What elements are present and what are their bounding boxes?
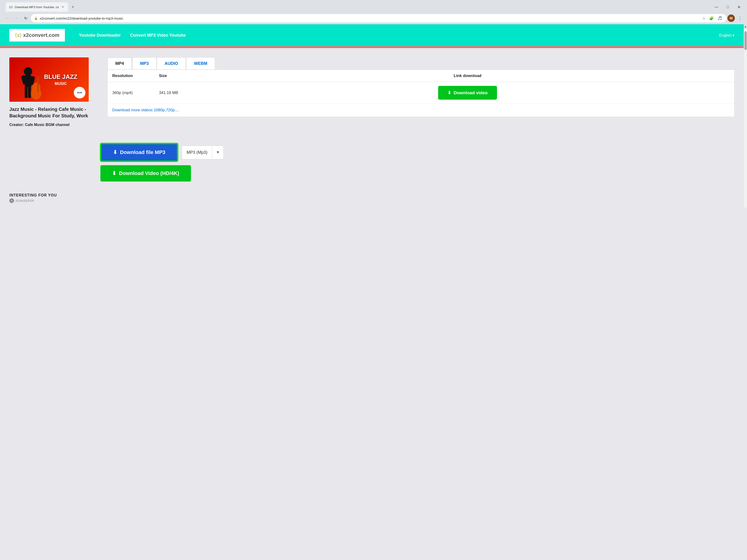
thumbnail-inner: BLUE JAZZ MUSIC BGM xyxy=(9,57,89,102)
logo-icon: ⟨x⟩ xyxy=(15,32,22,38)
new-tab-button[interactable]: + xyxy=(69,3,77,11)
download-video-label: Download video xyxy=(454,90,488,96)
svg-point-9 xyxy=(10,199,13,202)
bgm-text: BGM xyxy=(77,91,82,94)
format-tabs: MP4 MP3 AUDIO WEBM xyxy=(107,57,735,70)
tab-mp3[interactable]: MP3 xyxy=(132,57,156,69)
profile-button[interactable]: W xyxy=(727,15,735,22)
adskeeper-text: ADSKEEPER xyxy=(16,199,34,203)
header-top: ⟨x⟩ x2convert.com Youtube Downloader Con… xyxy=(0,24,744,46)
forward-button[interactable]: → xyxy=(12,14,21,22)
tab-title: Download MP3 from Youtube, co xyxy=(15,5,59,9)
active-tab[interactable]: ⟨x⟩ Download MP3 from Youtube, co ✕ xyxy=(6,2,68,12)
creator-name: Cafe Music BGM channel xyxy=(25,123,70,127)
video-title: Jazz Music - Relaxing Cafe Music - Backg… xyxy=(9,106,98,119)
nav-youtube-downloader[interactable]: Youtube Downloader xyxy=(79,33,121,38)
close-button[interactable]: ✕ xyxy=(733,3,744,11)
video-creator: Creator: Cafe Music BGM channel xyxy=(9,123,98,127)
svg-rect-8 xyxy=(37,76,39,92)
minimize-button[interactable]: — xyxy=(711,3,722,11)
refresh-button[interactable]: ↻ xyxy=(22,14,30,22)
scrollbar-thumb[interactable] xyxy=(744,31,747,50)
site-header: ⟨x⟩ x2convert.com Youtube Downloader Con… xyxy=(0,24,744,48)
svg-rect-4 xyxy=(25,86,28,98)
logo-area[interactable]: ⟨x⟩ x2convert.com xyxy=(9,29,65,42)
menu-button[interactable]: ⋮ xyxy=(736,14,744,22)
tab-audio[interactable]: AUDIO xyxy=(157,57,186,69)
scrollbar-up-button[interactable]: ▲ xyxy=(744,24,747,29)
url-bar[interactable]: 🔒 x2convert.com/en22/download-youtube-to… xyxy=(31,14,726,22)
interesting-section: INTERESTING FOR YOU ADSKEEPER xyxy=(0,191,744,208)
interesting-label: INTERESTING FOR YOU xyxy=(9,193,735,197)
adskeeper-svg xyxy=(10,199,13,202)
language-selector[interactable]: English ▾ xyxy=(719,33,735,37)
table-row: 360p (mp4) 341.18 MB ⬇ Download video xyxy=(108,82,734,104)
col-header-resolution: Resolution xyxy=(112,74,159,78)
download-mp3-button[interactable]: ⬇ Download file MP3 xyxy=(100,143,178,161)
tab-webm[interactable]: WEBM xyxy=(186,57,215,69)
download-section: MP4 MP3 AUDIO WEBM Resolution Size Link … xyxy=(107,57,735,117)
tab-close-button[interactable]: ✕ xyxy=(61,5,65,9)
bottom-download-area: ⬇ Download file MP3 MP3 (Mp3) ▼ ⬇ Downlo… xyxy=(0,136,744,191)
lock-icon: 🔒 xyxy=(34,17,38,20)
back-button[interactable]: ← xyxy=(3,14,11,22)
svg-point-7 xyxy=(31,87,41,100)
browser-content-wrapper: ⟨x⟩ x2convert.com Youtube Downloader Con… xyxy=(0,24,747,208)
tab-mp4[interactable]: MP4 xyxy=(107,57,132,69)
video-info-section: BLUE JAZZ MUSIC BGM Jazz Music - Relaxin… xyxy=(9,57,98,127)
window-controls: — □ ✕ xyxy=(711,3,744,11)
col-header-size: Size xyxy=(159,74,206,78)
scrollbar-track: ▲ xyxy=(744,24,747,208)
mp3-download-icon: ⬇ xyxy=(113,149,117,155)
main-content: BLUE JAZZ MUSIC BGM Jazz Music - Relaxin… xyxy=(0,48,744,136)
download-icon: ⬇ xyxy=(447,90,451,96)
svg-rect-5 xyxy=(28,86,31,98)
site-nav: Youtube Downloader Convert MP3 Video You… xyxy=(79,33,186,38)
browser-chrome: ⟨x⟩ Download MP3 from Youtube, co ✕ + — … xyxy=(0,0,747,24)
dropdown-arrow-icon[interactable]: ▼ xyxy=(212,146,224,159)
creator-label: Creator: xyxy=(9,123,24,127)
website-content: ⟨x⟩ x2convert.com Youtube Downloader Con… xyxy=(0,24,744,208)
col-header-link: Link download xyxy=(206,74,729,78)
more-videos-link[interactable]: Download more videos 1080p,720p.... xyxy=(108,104,734,117)
extensions-icon[interactable]: 🧩 xyxy=(708,16,715,21)
format-dropdown[interactable]: MP3 (Mp3) ▼ xyxy=(182,145,224,159)
download-link-cell: ⬇ Download video xyxy=(206,86,729,100)
hd-download-icon: ⬇ xyxy=(112,170,116,177)
url-text: x2convert.com/en22/download-youtube-to-m… xyxy=(40,16,699,20)
address-bar: ← → ↻ 🔒 x2convert.com/en22/download-yout… xyxy=(0,12,747,24)
mp3-download-row: ⬇ Download file MP3 MP3 (Mp3) ▼ xyxy=(100,143,735,161)
bgm-badge: BGM xyxy=(74,87,85,99)
size-cell: 341.18 MB xyxy=(159,90,206,95)
tabs-bar: ⟨x⟩ Download MP3 from Youtube, co ✕ + xyxy=(3,2,711,12)
resolution-cell: 360p (mp4) xyxy=(112,90,159,95)
maximize-button[interactable]: □ xyxy=(722,3,733,11)
thumbnail-subtitle: MUSIC xyxy=(44,82,77,86)
adskeeper-icon xyxy=(9,198,14,203)
thumbnail-title: BLUE JAZZ xyxy=(44,73,77,80)
title-bar: ⟨x⟩ Download MP3 from Youtube, co ✕ + — … xyxy=(0,0,747,12)
header-accent-bar xyxy=(0,46,744,48)
svg-point-0 xyxy=(24,67,32,76)
tab-favicon: ⟨x⟩ xyxy=(9,5,13,9)
table-header: Resolution Size Link download xyxy=(108,70,734,82)
download-video-button[interactable]: ⬇ Download video xyxy=(438,86,497,100)
nav-convert-mp3[interactable]: Convert MP3 Video Youtube xyxy=(130,33,186,38)
bookmark-icon[interactable]: ☆ xyxy=(701,16,706,21)
download-mp3-label: Download file MP3 xyxy=(120,149,165,155)
adskeeper-badge: ADSKEEPER xyxy=(9,198,735,203)
video-thumbnail: BLUE JAZZ MUSIC BGM xyxy=(9,57,89,102)
download-hd-button[interactable]: ⬇ Download Video (HD/4K) xyxy=(100,165,191,182)
logo-text: x2convert.com xyxy=(23,32,59,38)
format-label-text: MP3 (Mp3) xyxy=(182,146,212,159)
cast-icon[interactable]: 🎵 xyxy=(717,16,723,21)
download-table: Resolution Size Link download 360p (mp4)… xyxy=(107,70,735,117)
musician-silhouette xyxy=(14,67,42,102)
download-hd-label: Download Video (HD/4K) xyxy=(119,170,179,177)
